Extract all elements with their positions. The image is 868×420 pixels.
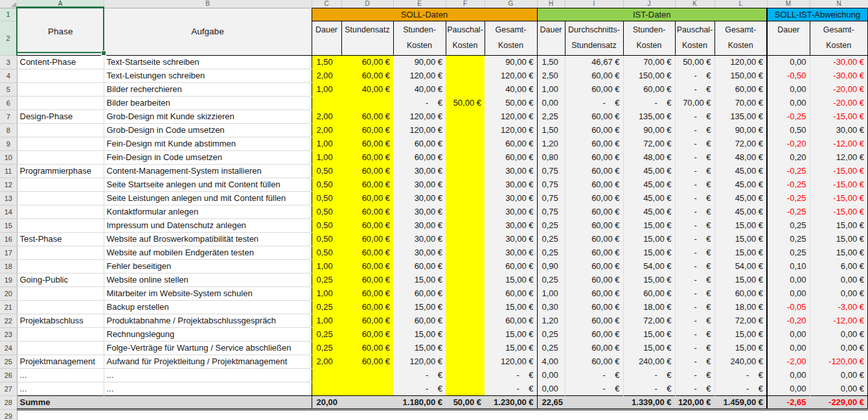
- column-header-l[interactable]: L: [714, 0, 767, 8]
- aufgabe-header-cell[interactable]: Aufgabe: [104, 8, 312, 55]
- cell-ist-stundenkosten[interactable]: 48,00 €: [623, 150, 675, 164]
- cell-dev-gesamtkosten[interactable]: -20,00 €: [810, 96, 868, 110]
- cell-soll-stundenkosten[interactable]: - €: [393, 382, 446, 395]
- cell-dev-dauer[interactable]: 0,25: [767, 218, 810, 232]
- cell-phase[interactable]: [17, 123, 104, 137]
- cell-soll-pauschalkosten[interactable]: [446, 246, 485, 259]
- select-all-corner[interactable]: [0, 0, 17, 8]
- cell-soll-stundensatz[interactable]: 60,00 €: [341, 232, 393, 246]
- cell-ist-dauer[interactable]: 2,25: [537, 110, 565, 123]
- cell-ist-stundenkosten[interactable]: 90,00 €: [623, 123, 675, 137]
- cell-soll-gesamtkosten[interactable]: - €: [485, 368, 537, 382]
- cell-phase[interactable]: [17, 327, 104, 341]
- cell-dev-dauer[interactable]: 0,10: [767, 259, 810, 273]
- cell-dev-gesamtkosten[interactable]: -120,00 €: [810, 355, 868, 368]
- cell-phase[interactable]: [17, 246, 104, 259]
- cell-ist-pauschalkosten[interactable]: - €: [675, 69, 714, 82]
- cell-ist-gesamtkosten[interactable]: 60,00 €: [714, 82, 767, 96]
- cell-soll-gesamtkosten[interactable]: 15,00 €: [485, 300, 537, 314]
- cell-soll-pauschalkosten[interactable]: [446, 164, 485, 178]
- cell-soll-pauschalkosten[interactable]: [446, 150, 485, 164]
- summe-dev-gesamtkosten[interactable]: -229,00 €: [810, 395, 868, 409]
- soll-gesamtkosten-header[interactable]: Gesamt- Kosten: [485, 21, 537, 55]
- summe-soll-pauschalkosten[interactable]: 50,00 €: [446, 395, 485, 409]
- cell-soll-pauschalkosten[interactable]: [446, 110, 485, 123]
- cell-dev-gesamtkosten[interactable]: 0,00 €: [810, 368, 868, 382]
- summe-label[interactable]: Summe: [17, 395, 104, 409]
- cell-dev-dauer[interactable]: 0,25: [767, 246, 810, 259]
- cell-ist-stundenkosten[interactable]: 72,00 €: [623, 137, 675, 150]
- cell-ist-stundenkosten[interactable]: 60,00 €: [623, 286, 675, 300]
- summe-soll-stundenkosten[interactable]: 1.180,00 €: [393, 395, 446, 409]
- cell-soll-pauschalkosten[interactable]: [446, 205, 485, 218]
- cell-soll-pauschalkosten[interactable]: [446, 191, 485, 205]
- cell-soll-pauschalkosten[interactable]: [446, 286, 485, 300]
- cell-ist-gesamtkosten[interactable]: 45,00 €: [714, 178, 767, 191]
- cell-ist-stundensatz[interactable]: 60,00 €: [565, 205, 623, 218]
- cell-dev-dauer[interactable]: -0,25: [767, 164, 810, 178]
- cell-soll-stundensatz[interactable]: 60,00 €: [341, 164, 393, 178]
- cell-dev-gesamtkosten[interactable]: 15,00 €: [810, 246, 868, 259]
- cell-soll-dauer[interactable]: 1,00: [312, 286, 341, 300]
- cell-soll-dauer[interactable]: [312, 382, 341, 395]
- fill-handle[interactable]: [101, 51, 106, 56]
- cell-soll-stundenkosten[interactable]: 90,00 €: [393, 55, 446, 69]
- cell-ist-pauschalkosten[interactable]: - €: [675, 300, 714, 314]
- cell-soll-dauer[interactable]: 0,50: [312, 205, 341, 218]
- cell-soll-stundensatz[interactable]: 60,00 €: [341, 259, 393, 273]
- cell-ist-pauschalkosten[interactable]: - €: [675, 205, 714, 218]
- cell-ist-stundenkosten[interactable]: 45,00 €: [623, 191, 675, 205]
- cell-soll-stundenkosten[interactable]: 15,00 €: [393, 327, 446, 341]
- cell-dev-gesamtkosten[interactable]: 0,00 €: [810, 341, 868, 355]
- cell-dev-gesamtkosten[interactable]: -15,00 €: [810, 178, 868, 191]
- cell-ist-stundenkosten[interactable]: 15,00 €: [623, 232, 675, 246]
- column-header-j[interactable]: J: [623, 0, 675, 8]
- cell-soll-dauer[interactable]: 0,50: [312, 164, 341, 178]
- cell-soll-stundensatz[interactable]: 60,00 €: [341, 110, 393, 123]
- cell-soll-gesamtkosten[interactable]: 30,00 €: [485, 191, 537, 205]
- cell-ist-gesamtkosten[interactable]: 70,00 €: [714, 96, 767, 110]
- column-header-k[interactable]: K: [675, 0, 714, 8]
- cell[interactable]: [565, 395, 623, 409]
- cell-ist-pauschalkosten[interactable]: - €: [675, 273, 714, 286]
- column-header-c[interactable]: C: [312, 0, 341, 8]
- ist-stundenkosten-header[interactable]: Stunden- Kosten: [623, 21, 675, 55]
- cell-soll-gesamtkosten[interactable]: 60,00 €: [485, 137, 537, 150]
- cell-ist-stundensatz[interactable]: - €: [565, 96, 623, 110]
- cell-soll-dauer[interactable]: 0,25: [312, 273, 341, 286]
- ist-dauer-header[interactable]: Dauer: [537, 21, 565, 55]
- cell-soll-stundensatz[interactable]: 60,00 €: [341, 273, 393, 286]
- cell-ist-gesamtkosten[interactable]: 54,00 €: [714, 259, 767, 273]
- cell-soll-stundenkosten[interactable]: 30,00 €: [393, 218, 446, 232]
- cell-ist-gesamtkosten[interactable]: - €: [714, 382, 767, 395]
- cell-ist-dauer[interactable]: 1,00: [537, 82, 565, 96]
- cell-ist-stundenkosten[interactable]: 15,00 €: [623, 218, 675, 232]
- cell-ist-pauschalkosten[interactable]: - €: [675, 355, 714, 368]
- cell-soll-stundensatz[interactable]: [341, 96, 393, 110]
- cell-soll-dauer[interactable]: 1,00: [312, 150, 341, 164]
- cell-soll-pauschalkosten[interactable]: [446, 382, 485, 395]
- cell-ist-dauer[interactable]: 0,75: [537, 178, 565, 191]
- cell-task[interactable]: Grob-Design mit Kunde skizzieren: [104, 110, 312, 123]
- cell-soll-dauer[interactable]: 0,25: [312, 327, 341, 341]
- cell[interactable]: [17, 409, 868, 420]
- cell-ist-stundensatz[interactable]: 60,00 €: [565, 110, 623, 123]
- cell-ist-stundenkosten[interactable]: - €: [623, 368, 675, 382]
- cell-ist-pauschalkosten[interactable]: 50,00 €: [675, 55, 714, 69]
- cell-ist-stundensatz[interactable]: 60,00 €: [565, 123, 623, 137]
- cell-soll-pauschalkosten[interactable]: [446, 273, 485, 286]
- cell-ist-stundensatz[interactable]: 60,00 €: [565, 314, 623, 327]
- cell-soll-pauschalkosten[interactable]: [446, 218, 485, 232]
- row-number[interactable]: 9: [0, 137, 17, 150]
- cell-ist-stundenkosten[interactable]: 60,00 €: [623, 82, 675, 96]
- cell-soll-stundenkosten[interactable]: 30,00 €: [393, 178, 446, 191]
- cell-dev-gesamtkosten[interactable]: 0,00 €: [810, 382, 868, 395]
- cell-ist-pauschalkosten[interactable]: - €: [675, 259, 714, 273]
- cell-soll-pauschalkosten[interactable]: [446, 69, 485, 82]
- cell-ist-stundensatz[interactable]: 60,00 €: [565, 82, 623, 96]
- cell-ist-stundenkosten[interactable]: 240,00 €: [623, 355, 675, 368]
- cell-ist-stundensatz[interactable]: 60,00 €: [565, 355, 623, 368]
- row-number[interactable]: 21: [0, 300, 17, 314]
- cell-ist-gesamtkosten[interactable]: 15,00 €: [714, 218, 767, 232]
- cell-soll-gesamtkosten[interactable]: 120,00 €: [485, 69, 537, 82]
